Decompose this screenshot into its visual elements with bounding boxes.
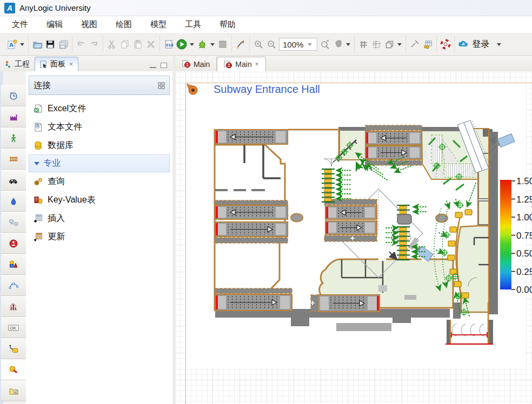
- editor-tab-close-icon[interactable]: ×: [255, 60, 259, 68]
- palette-tab-model-resources[interactable]: [1, 380, 26, 401]
- escalator: [215, 205, 288, 219]
- save-all-button[interactable]: [57, 38, 70, 51]
- escalator: [365, 131, 422, 145]
- login-button[interactable]: 登录: [472, 39, 489, 50]
- palette-section-professional[interactable]: 专业: [29, 154, 170, 172]
- palette-tab-statechart[interactable]: [1, 338, 26, 359]
- palette-item-query[interactable]: 查询: [26, 172, 172, 191]
- palette-tab-agent[interactable]: [1, 233, 26, 254]
- disconnect-db-button[interactable]: [408, 38, 421, 51]
- escalator-platform: [215, 288, 292, 293]
- editor-tab-main-2[interactable]: Main ×: [217, 57, 265, 71]
- ticket-machine: [448, 241, 455, 246]
- palette-view: OK 连接 Excel文件 T 文本文件: [0, 71, 172, 404]
- zoom-combo-dropdown-icon[interactable]: [308, 43, 312, 46]
- maximize-panel-icon[interactable]: [161, 63, 167, 68]
- menu-edit[interactable]: 编辑: [41, 17, 68, 32]
- save-button[interactable]: [44, 38, 57, 51]
- palette-tab-analysis[interactable]: [1, 296, 26, 317]
- menu-view[interactable]: 视图: [76, 17, 103, 32]
- help-lifering-icon[interactable]: [439, 38, 452, 51]
- legend-label: 1.50: [516, 176, 532, 186]
- service-point-marker: [441, 249, 449, 257]
- editor-tab-main-1[interactable]: Main: [176, 57, 217, 71]
- stop-button[interactable]: [216, 38, 229, 51]
- palette-tab-rail[interactable]: [1, 149, 26, 170]
- menu-file[interactable]: 文件: [6, 17, 34, 32]
- svg-text:A: A: [9, 42, 14, 48]
- palette-tab-multimethod[interactable]: [1, 212, 26, 233]
- editor-tab-label: Main: [235, 60, 251, 69]
- palette-tab-connectivity[interactable]: [1, 359, 26, 380]
- title-bar: A AnyLogic University: [0, 0, 532, 16]
- new-model-dropdown-icon[interactable]: [20, 43, 24, 46]
- palette-library-strip: OK: [0, 71, 26, 404]
- open-button[interactable]: [31, 38, 44, 51]
- escalator: [325, 221, 377, 234]
- undo-button[interactable]: [75, 38, 88, 51]
- turnstile-gates: [322, 169, 335, 203]
- pan-dropdown-icon[interactable]: [346, 43, 350, 46]
- menu-bar: 文件 编辑 视图 绘图 模型 工具 帮助: [0, 16, 532, 33]
- run-button[interactable]: [175, 38, 188, 51]
- palette-item-label: 更新: [48, 231, 65, 243]
- legend-label: 1.25: [516, 194, 532, 205]
- palette-tab-space-markup[interactable]: [1, 275, 26, 296]
- palette-tab-fluid[interactable]: [1, 191, 26, 212]
- turnstile-gates: [397, 226, 410, 260]
- palette-item-update[interactable]: 更新: [26, 227, 172, 246]
- login-dropdown-icon[interactable]: [497, 43, 501, 46]
- palette-item-key-value-table[interactable]: Key-Value表: [26, 191, 172, 209]
- tab-palette[interactable]: 面板 ×: [35, 57, 78, 71]
- pan-hand-button[interactable]: [331, 38, 344, 51]
- palette-tab-road-traffic[interactable]: [1, 170, 26, 191]
- copy-button[interactable]: [118, 38, 131, 51]
- run-dropdown-icon[interactable]: [190, 43, 194, 46]
- build-button[interactable]: 010: [162, 38, 175, 51]
- menu-model[interactable]: 模型: [145, 17, 172, 32]
- cloud-icon[interactable]: A: [457, 38, 470, 51]
- redo-button[interactable]: [88, 38, 101, 51]
- layers-button[interactable]: [383, 38, 396, 51]
- new-model-button[interactable]: A: [5, 38, 18, 51]
- style-brush-button[interactable]: [234, 38, 247, 51]
- palette-view-menu-icon[interactable]: [158, 82, 165, 89]
- export-table-button[interactable]: [421, 38, 434, 51]
- debug-button[interactable]: [196, 38, 209, 51]
- menu-help[interactable]: 帮助: [214, 17, 241, 32]
- minimize-panel-icon[interactable]: [150, 66, 156, 68]
- ticket-machine: [465, 210, 472, 215]
- menu-draw[interactable]: 绘图: [110, 17, 137, 32]
- tab-palette-close-icon[interactable]: ×: [69, 60, 73, 68]
- legend-label: 0.25: [516, 267, 532, 277]
- cut-button[interactable]: [105, 38, 118, 51]
- delete-button[interactable]: [144, 38, 157, 51]
- palette-tab-pedestrian[interactable]: [1, 127, 26, 149]
- model-canvas[interactable]: 1.50 1.25 1.00 0.75 0.50 0.25 0.00 Subwa…: [176, 71, 532, 404]
- zoom-level-combo[interactable]: 100%: [279, 38, 317, 51]
- debug-dropdown-icon[interactable]: [210, 43, 215, 46]
- grid-toggle-button[interactable]: [357, 38, 370, 51]
- palette-tab-process-modeling[interactable]: [1, 85, 26, 106]
- legend-label: 0.75: [516, 231, 532, 241]
- palette-item-text-file[interactable]: T 文本文件: [26, 118, 172, 136]
- menu-tools[interactable]: 工具: [179, 17, 207, 32]
- svg-text:010: 010: [166, 43, 174, 48]
- zoom-out-button[interactable]: [265, 38, 278, 51]
- tab-project[interactable]: 工程: [0, 57, 35, 71]
- palette-tab-material-handling[interactable]: [1, 106, 26, 127]
- layers-dropdown-icon[interactable]: [397, 43, 402, 46]
- palette-tab-presentation[interactable]: [1, 254, 26, 275]
- paste-button[interactable]: [131, 38, 144, 51]
- palette-item-database[interactable]: 数据库: [26, 136, 172, 154]
- snap-toggle-button[interactable]: [370, 38, 383, 51]
- zoom-reset-button[interactable]: [318, 38, 331, 51]
- palette-item-insert[interactable]: 插入: [26, 209, 172, 227]
- palette-page-icon: [40, 60, 48, 68]
- palette-tab-controls[interactable]: OK: [1, 317, 26, 338]
- zoom-in-button[interactable]: [252, 38, 265, 51]
- legend-label: 0.00: [516, 285, 532, 295]
- query-icon: [34, 177, 43, 186]
- palette-item-excel-file[interactable]: Excel文件: [26, 99, 172, 118]
- palette-item-label: Key-Value表: [48, 194, 96, 206]
